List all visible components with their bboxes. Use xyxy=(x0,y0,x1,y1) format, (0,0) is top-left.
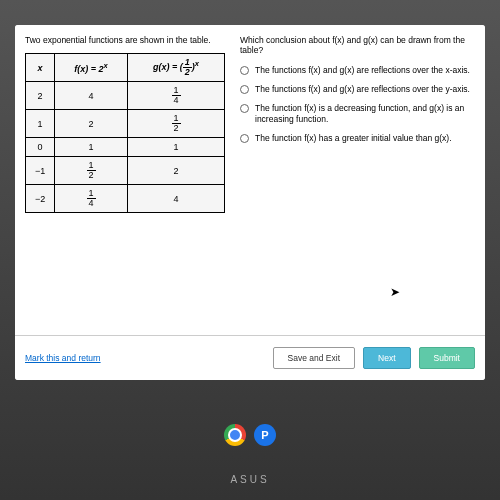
option-c[interactable]: The function f(x) is a decreasing functi… xyxy=(240,103,475,125)
left-column: Two exponential functions are shown in t… xyxy=(25,35,225,325)
radio-icon[interactable] xyxy=(240,104,249,113)
brand-label: ASUS xyxy=(230,474,269,485)
table-row: 011 xyxy=(26,138,225,157)
save-exit-button[interactable]: Save and Exit xyxy=(273,347,355,369)
chrome-icon[interactable] xyxy=(224,424,246,446)
table-header-row: x f(x) = 2x g(x) = (12)x xyxy=(26,54,225,82)
option-d[interactable]: The function f(x) has a greater initial … xyxy=(240,133,475,144)
option-b[interactable]: The functions f(x) and g(x) are reflecti… xyxy=(240,84,475,95)
right-column: Which conclusion about f(x) and g(x) can… xyxy=(240,35,475,325)
footer-bar: Mark this and return Save and Exit Next … xyxy=(15,335,485,380)
taskbar: P xyxy=(0,420,500,450)
question-text: Which conclusion about f(x) and g(x) can… xyxy=(240,35,475,55)
option-a-label: The functions f(x) and g(x) are reflecti… xyxy=(255,65,470,76)
function-table: x f(x) = 2x g(x) = (12)x 2414 1212 011 −… xyxy=(25,53,225,213)
radio-icon[interactable] xyxy=(240,134,249,143)
options-group: The functions f(x) and g(x) are reflecti… xyxy=(240,65,475,144)
header-x: x xyxy=(26,54,55,82)
option-d-label: The function f(x) has a greater initial … xyxy=(255,133,452,144)
prompt-text: Two exponential functions are shown in t… xyxy=(25,35,225,45)
header-gx: g(x) = (12)x xyxy=(128,54,225,82)
option-b-label: The functions f(x) and g(x) are reflecti… xyxy=(255,84,470,95)
radio-icon[interactable] xyxy=(240,66,249,75)
mark-return-link[interactable]: Mark this and return xyxy=(25,353,265,363)
cursor-icon: ➤ xyxy=(390,285,400,299)
table-row: −1122 xyxy=(26,157,225,185)
table-row: 1212 xyxy=(26,110,225,138)
content-area: Two exponential functions are shown in t… xyxy=(15,25,485,335)
app-icon[interactable]: P xyxy=(254,424,276,446)
table-row: −2144 xyxy=(26,185,225,213)
laptop-frame: Two exponential functions are shown in t… xyxy=(0,0,500,500)
option-a[interactable]: The functions f(x) and g(x) are reflecti… xyxy=(240,65,475,76)
option-c-label: The function f(x) is a decreasing functi… xyxy=(255,103,475,125)
header-fx: f(x) = 2x xyxy=(55,54,128,82)
screen: Two exponential functions are shown in t… xyxy=(15,25,485,380)
next-button[interactable]: Next xyxy=(363,347,410,369)
radio-icon[interactable] xyxy=(240,85,249,94)
submit-button[interactable]: Submit xyxy=(419,347,475,369)
table-row: 2414 xyxy=(26,82,225,110)
